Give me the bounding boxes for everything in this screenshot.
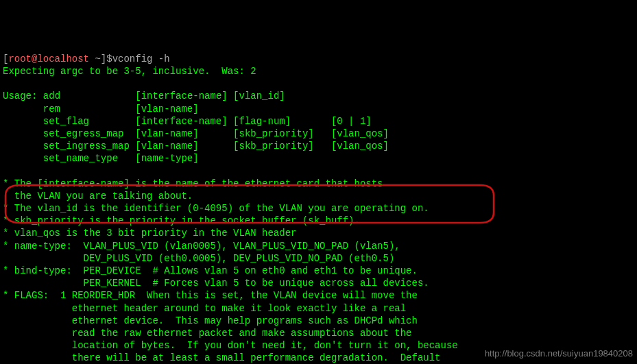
usage-cmd-rem: rem	[43, 104, 60, 114]
prompt-user-host: root@localhost	[8, 53, 89, 64]
usage-args-egress: [vlan-name] [skb_priority] [vlan_qos]	[135, 128, 389, 139]
watermark-text: http://blog.csdn.net/suiyuan19840208	[485, 348, 633, 360]
note-bind-l2: PER_KERNEL # Forces vlan 5 to be unique …	[3, 278, 429, 289]
usage-cmd-ingress: set_ingress_map	[43, 141, 130, 151]
note-bind-l1: * bind-type: PER_DEVICE # Allows vlan 5 …	[3, 265, 418, 276]
prompt-close: ]$	[101, 53, 112, 64]
usage-args-ingress: [vlan-name] [skb_priority] [vlan_qos]	[135, 141, 389, 151]
usage-cmd-nametype: set_name_type	[43, 153, 118, 164]
note-iface-l1: * The [interface-name] is the name of th…	[3, 178, 383, 189]
usage-cmd-add: add	[43, 90, 60, 101]
terminal-output: [root@localhost ~]$vconfig -h Expecting …	[3, 53, 458, 364]
note-vlanqos: * vlan_qos is the 3 bit priority in the …	[3, 228, 296, 239]
usage-args-add: [interface-name] [vlan_id]	[135, 90, 285, 101]
command-text: vconfig -h	[112, 53, 170, 64]
usage-args-rem: [vlan-name]	[135, 104, 198, 114]
usage-args-setflag: [interface-name] [flag-num] [0 | 1]	[135, 116, 371, 127]
note-flags-l4: read the raw ethernet packet and make as…	[3, 328, 412, 339]
note-flags-l3: ethernet device. This may help programs …	[3, 315, 418, 326]
note-vlanid: * The vlan_id is the identifier (0-4095)…	[3, 203, 429, 214]
note-flags-l2: ethernet header around to make it look e…	[3, 303, 406, 314]
note-flags-l5: location of bytes. If you don't need it,…	[3, 340, 458, 351]
note-iface-l2: the VLAN you are talking about.	[3, 191, 193, 202]
note-nametype-l1: * name-type: VLAN_PLUS_VID (vlan0005), V…	[3, 241, 400, 252]
note-skb: * skb_priority is the priority in the so…	[3, 215, 360, 226]
usage-cmd-setflag: set_flag	[43, 116, 89, 127]
usage-args-nametype: [name-type]	[135, 153, 198, 164]
prompt-path: ~	[95, 53, 100, 64]
note-nametype-l2: DEV_PLUS_VID (eth0.0005), DEV_PLUS_VID_N…	[3, 253, 394, 264]
note-flags-l1: * FLAGS: 1 REORDER_HDR When this is set,…	[3, 290, 418, 301]
note-flags-l6: there will be at least a small performan…	[3, 352, 441, 363]
error-line: Expecting argc to be 3-5, inclusive. Was…	[3, 66, 256, 77]
usage-label: Usage:	[3, 90, 37, 101]
usage-cmd-egress: set_egress_map	[43, 128, 124, 139]
